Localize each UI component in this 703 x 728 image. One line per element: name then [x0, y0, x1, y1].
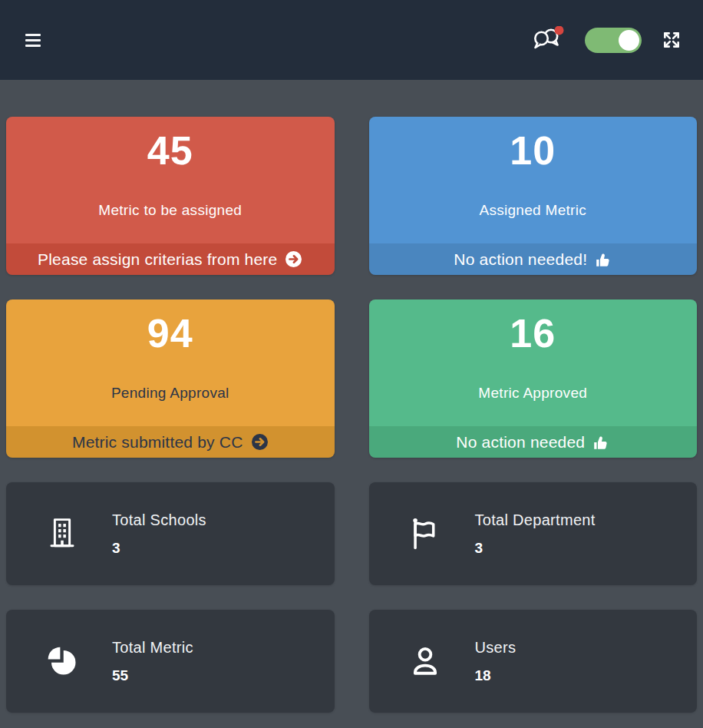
- arrow-circle-right-icon: [251, 433, 269, 451]
- fullscreen-icon[interactable]: [662, 30, 682, 50]
- stat-card-metric-approved[interactable]: 16 Metric Approved No action needed: [369, 299, 698, 458]
- stat-card-assigned-metric[interactable]: 10 Assigned Metric No action needed!: [369, 117, 698, 275]
- stat-card-body: 10 Assigned Metric: [369, 117, 698, 243]
- info-card-users: Users 18: [369, 610, 698, 713]
- stat-value: 94: [147, 309, 193, 359]
- info-card-total-schools: Total Schools 3: [6, 482, 335, 585]
- topbar-actions: [531, 26, 682, 54]
- stat-footer-text: Please assign criterias from here: [38, 250, 277, 269]
- pie-chart-icon: [45, 645, 80, 677]
- info-text: Users 18: [475, 639, 517, 684]
- info-text: Total Schools 3: [112, 511, 206, 557]
- dashboard-content: 45 Metric to be assigned Please assign c…: [0, 80, 703, 726]
- stat-footer: No action needed: [369, 426, 698, 458]
- stat-card-pending-approval[interactable]: 94 Pending Approval Metric submitted by …: [6, 299, 335, 458]
- info-label: Total Metric: [112, 639, 193, 657]
- stat-footer-link[interactable]: Metric submitted by CC: [6, 426, 335, 458]
- user-icon: [408, 644, 443, 679]
- stat-footer-text: Metric submitted by CC: [72, 433, 243, 452]
- info-value: 3: [475, 540, 596, 557]
- flag-icon: [408, 515, 443, 552]
- info-value: 55: [112, 667, 193, 684]
- info-value: 3: [112, 540, 206, 557]
- top-navbar: [0, 0, 703, 80]
- stat-label: Metric Approved: [478, 385, 587, 402]
- info-card-total-metric: Total Metric 55: [6, 610, 335, 713]
- info-card-total-department: Total Department 3: [369, 482, 698, 585]
- stat-footer: No action needed!: [369, 243, 698, 275]
- stat-footer-text: No action needed: [456, 433, 585, 452]
- arrow-circle-right-icon: [285, 250, 302, 268]
- info-text: Total Metric 55: [112, 639, 193, 684]
- stat-value: 45: [147, 126, 193, 176]
- chat-icon[interactable]: [531, 26, 565, 54]
- stat-card-metric-to-be-assigned[interactable]: 45 Metric to be assigned Please assign c…: [6, 117, 335, 275]
- stat-footer-text: No action needed!: [454, 250, 587, 269]
- stat-card-body: 16 Metric Approved: [369, 299, 698, 426]
- thumbs-up-icon: [595, 251, 612, 268]
- building-icon: [45, 515, 80, 552]
- stat-card-body: 45 Metric to be assigned: [6, 117, 335, 243]
- info-label: Users: [475, 639, 517, 657]
- toggle-knob: [619, 30, 639, 51]
- info-label: Total Schools: [112, 511, 206, 529]
- stat-card-body: 94 Pending Approval: [6, 299, 335, 426]
- stat-value: 16: [510, 309, 556, 359]
- stat-value: 10: [510, 126, 556, 176]
- info-label: Total Department: [475, 511, 596, 529]
- info-value: 18: [475, 667, 517, 684]
- notification-dot: [555, 26, 564, 35]
- stat-footer-link[interactable]: Please assign criterias from here: [6, 243, 335, 275]
- hamburger-menu-icon[interactable]: [25, 34, 42, 47]
- stat-label: Assigned Metric: [479, 202, 586, 219]
- info-text: Total Department 3: [475, 511, 596, 557]
- theme-toggle-switch[interactable]: [585, 28, 642, 53]
- stat-label: Pending Approval: [111, 385, 229, 402]
- stat-label: Metric to be assigned: [98, 202, 242, 219]
- thumbs-up-icon: [592, 434, 609, 451]
